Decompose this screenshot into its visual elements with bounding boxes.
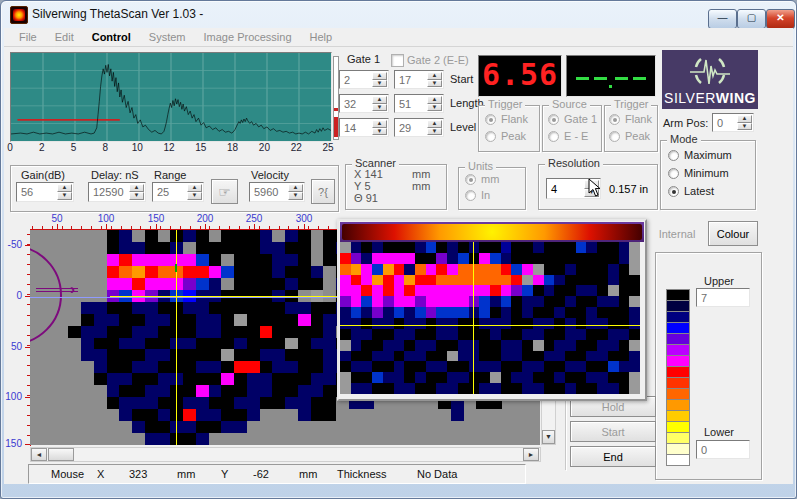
delay-field[interactable]: 12590▲▼	[88, 182, 146, 202]
scan-cell	[298, 266, 311, 278]
mode-minimum-option[interactable]: Minimum	[668, 167, 729, 179]
units-in-option[interactable]: In	[465, 189, 490, 201]
gate2-level-spinner[interactable]: ▲▼	[427, 120, 442, 135]
scan-cell	[247, 230, 260, 242]
scan-cell	[209, 433, 222, 445]
internal-button[interactable]: Internal	[650, 222, 704, 245]
gate2-checkbox[interactable]	[391, 54, 404, 67]
arm-pos-spinner[interactable]: ▲▼	[737, 115, 752, 130]
radio-icon[interactable]	[548, 131, 559, 142]
scan-cell	[522, 253, 533, 264]
hud-window[interactable]: Head Up Display	[337, 219, 647, 401]
maximize-button[interactable]: ▢	[737, 9, 766, 29]
menu-help[interactable]: Help	[301, 29, 342, 45]
arm-pos-value: 0	[717, 117, 723, 129]
mode-latest-option[interactable]: Latest	[668, 185, 714, 197]
scan-cell	[311, 314, 324, 326]
scroll-right-button[interactable]: ►	[523, 448, 539, 461]
scan-cell	[30, 397, 43, 409]
option-label: Gate 1	[564, 113, 597, 125]
menu-control[interactable]: Control	[83, 29, 140, 45]
trigger2-flank-option[interactable]: Flank	[609, 113, 652, 125]
scan-cell	[81, 409, 94, 421]
start-button[interactable]: Start	[570, 421, 656, 442]
gate1-level-field[interactable]: 14▲▼	[339, 118, 389, 137]
colour-button[interactable]: Colour	[708, 221, 758, 246]
gate1-length-field[interactable]: 32▲▼	[339, 94, 389, 113]
menu-image-processing[interactable]: Image Processing	[195, 29, 301, 45]
scan-cell	[209, 230, 222, 242]
colour-swatch	[666, 433, 690, 444]
scan-cell	[426, 253, 437, 264]
scan-cell	[362, 421, 375, 433]
delay-spinner[interactable]: ▲▼	[129, 184, 144, 200]
hud-image[interactable]	[340, 242, 640, 394]
units-mm-option[interactable]: mm	[465, 173, 499, 185]
arm-pos-field[interactable]: 0▲▼	[712, 113, 754, 132]
menu-edit[interactable]: Edit	[46, 29, 83, 45]
radio-icon[interactable]	[609, 131, 620, 142]
lower-field[interactable]: 0	[696, 440, 750, 459]
gate1-start-field[interactable]: 2▲▼	[339, 70, 389, 89]
trigger2-peak-option[interactable]: Peak	[609, 130, 650, 142]
gate2-start-field[interactable]: 17▲▼	[394, 70, 444, 89]
scan-cell	[436, 383, 447, 394]
scan-cell	[323, 326, 336, 338]
hud-title-bar[interactable]: Head Up Display	[340, 222, 644, 242]
scan-cell	[489, 433, 502, 445]
menu-file[interactable]: File	[10, 29, 46, 45]
end-button[interactable]: End	[570, 446, 656, 467]
radio-icon[interactable]	[548, 114, 559, 125]
ascan-plot[interactable]	[10, 52, 332, 142]
title-bar[interactable]: Silverwing ThetaScan Ver 1.03 - — ▢ ✕	[0, 0, 797, 28]
green-dot	[609, 85, 612, 88]
range-field[interactable]: 25▲▼	[152, 182, 204, 202]
velocity-field[interactable]: 5960▲▼	[249, 182, 305, 202]
gate2-length-field[interactable]: 51▲▼	[394, 94, 444, 113]
scan-cell	[323, 433, 336, 445]
scan-cell	[522, 372, 533, 383]
gate1-length-spinner[interactable]: ▲▼	[372, 96, 387, 111]
radio-icon[interactable]	[485, 131, 496, 142]
radio-icon[interactable]	[465, 174, 476, 185]
gate2-start-spinner[interactable]: ▲▼	[427, 72, 442, 87]
scroll-down-button[interactable]: ▼	[542, 430, 555, 444]
radio-icon[interactable]	[668, 150, 679, 161]
scan-cell	[413, 433, 426, 445]
radio-icon[interactable]	[668, 186, 679, 197]
source-gate1-option[interactable]: Gate 1	[548, 113, 597, 125]
upper-field[interactable]: 7	[696, 288, 750, 307]
scan-cell	[387, 433, 400, 445]
source-ee-option[interactable]: E - E	[548, 130, 588, 142]
menu-system[interactable]: System	[140, 29, 195, 45]
radio-icon[interactable]	[465, 190, 476, 201]
range-spinner[interactable]: ▲▼	[187, 184, 202, 200]
radio-icon[interactable]	[668, 168, 679, 179]
radio-icon[interactable]	[485, 114, 496, 125]
scan-cell	[81, 326, 94, 338]
gain-field[interactable]: 56▲▼	[16, 182, 74, 202]
probe-button[interactable]: ☞	[211, 179, 238, 204]
scan-cell	[415, 361, 426, 372]
minimize-button[interactable]: —	[708, 9, 737, 29]
trigger1-flank-option[interactable]: Flank	[485, 113, 528, 125]
close-button[interactable]: ✕	[766, 9, 795, 29]
radio-icon[interactable]	[609, 114, 620, 125]
scan-cell	[629, 285, 640, 296]
scan-cell	[260, 278, 273, 290]
gate2-length-spinner[interactable]: ▲▼	[427, 96, 442, 111]
velocity-spinner[interactable]: ▲▼	[288, 184, 303, 200]
mode-maximum-option[interactable]: Maximum	[668, 149, 732, 161]
scan-cell	[597, 340, 608, 351]
scan-cell	[501, 253, 512, 264]
scroll-left-button[interactable]: ◄	[31, 448, 47, 461]
scan-cell	[94, 409, 107, 421]
hscroll-thumb[interactable]	[48, 448, 74, 461]
velocity-help-button[interactable]: ?{	[311, 179, 335, 204]
gain-spinner[interactable]: ▲▼	[57, 184, 72, 200]
gate2-level-field[interactable]: 29▲▼	[394, 118, 444, 137]
trigger1-peak-option[interactable]: Peak	[485, 130, 526, 142]
scan-hscrollbar[interactable]: ◄ ►	[30, 447, 541, 462]
gate1-level-spinner[interactable]: ▲▼	[372, 120, 387, 135]
gate1-start-spinner[interactable]: ▲▼	[372, 72, 387, 87]
